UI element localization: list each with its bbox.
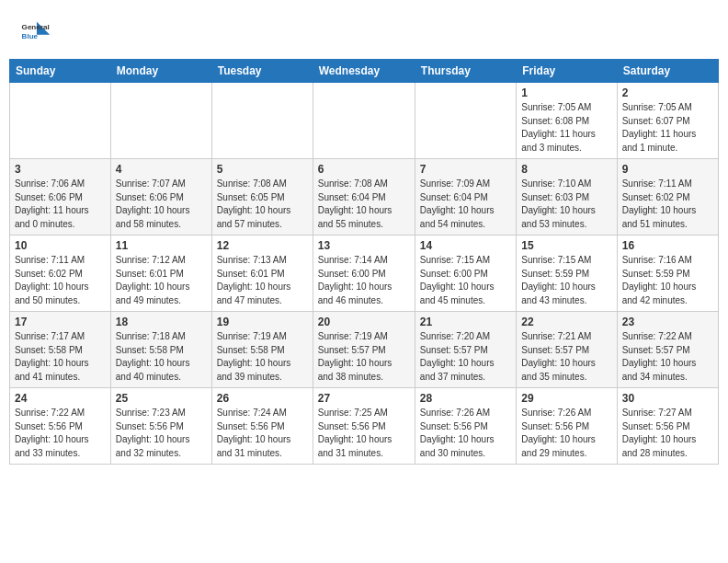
day-info: Sunrise: 7:12 AM Sunset: 6:01 PM Dayligh… <box>116 254 207 307</box>
day-number: 12 <box>217 239 308 252</box>
calendar-cell: 17Sunrise: 7:17 AM Sunset: 5:58 PM Dayli… <box>10 312 111 388</box>
day-number: 10 <box>15 239 106 252</box>
day-number: 23 <box>622 316 713 328</box>
day-info: Sunrise: 7:06 AM Sunset: 6:06 PM Dayligh… <box>15 178 106 231</box>
calendar-cell: 2Sunrise: 7:05 AM Sunset: 6:07 PM Daylig… <box>617 83 718 159</box>
day-info: Sunrise: 7:05 AM Sunset: 6:07 PM Dayligh… <box>622 101 713 155</box>
weekday-header: Friday <box>517 60 617 83</box>
calendar-cell: 12Sunrise: 7:13 AM Sunset: 6:01 PM Dayli… <box>211 236 313 312</box>
day-number: 24 <box>15 392 106 405</box>
day-info: Sunrise: 7:13 AM Sunset: 6:01 PM Dayligh… <box>217 254 308 307</box>
calendar-cell: 9Sunrise: 7:11 AM Sunset: 6:02 PM Daylig… <box>617 159 718 236</box>
day-number: 29 <box>521 392 611 405</box>
day-info: Sunrise: 7:24 AM Sunset: 5:56 PM Dayligh… <box>217 407 308 460</box>
calendar-cell: 23Sunrise: 7:22 AM Sunset: 5:57 PM Dayli… <box>617 312 718 388</box>
calendar-week-row: 24Sunrise: 7:22 AM Sunset: 5:56 PM Dayli… <box>10 388 719 465</box>
day-info: Sunrise: 7:19 AM Sunset: 5:57 PM Dayligh… <box>318 330 410 384</box>
day-number: 13 <box>318 239 410 252</box>
day-info: Sunrise: 7:18 AM Sunset: 5:58 PM Dayligh… <box>116 330 207 384</box>
day-number: 17 <box>15 316 106 328</box>
day-number: 11 <box>116 239 207 252</box>
day-number: 27 <box>318 392 410 405</box>
calendar-cell: 5Sunrise: 7:08 AM Sunset: 6:05 PM Daylig… <box>211 159 313 236</box>
day-number: 15 <box>521 239 611 252</box>
calendar-cell <box>110 83 211 159</box>
weekday-header: Wednesday <box>313 60 415 83</box>
weekday-header: Monday <box>110 60 211 83</box>
calendar-cell: 8Sunrise: 7:10 AM Sunset: 6:03 PM Daylig… <box>517 159 617 236</box>
day-info: Sunrise: 7:11 AM Sunset: 6:02 PM Dayligh… <box>622 178 713 231</box>
calendar-cell <box>211 83 313 159</box>
calendar-week-row: 10Sunrise: 7:11 AM Sunset: 6:02 PM Dayli… <box>10 236 719 312</box>
page-header: General Blue <box>9 9 719 53</box>
calendar-cell: 13Sunrise: 7:14 AM Sunset: 6:00 PM Dayli… <box>313 236 415 312</box>
calendar-cell: 11Sunrise: 7:12 AM Sunset: 6:01 PM Dayli… <box>110 236 211 312</box>
calendar-cell: 16Sunrise: 7:16 AM Sunset: 5:59 PM Dayli… <box>617 236 718 312</box>
day-number: 1 <box>521 86 611 99</box>
calendar-cell <box>313 83 415 159</box>
calendar-cell: 21Sunrise: 7:20 AM Sunset: 5:57 PM Dayli… <box>415 312 516 388</box>
weekday-header: Tuesday <box>211 60 313 83</box>
day-number: 28 <box>420 392 511 405</box>
calendar-cell: 18Sunrise: 7:18 AM Sunset: 5:58 PM Dayli… <box>110 312 211 388</box>
day-number: 16 <box>622 239 713 252</box>
day-number: 14 <box>420 239 511 252</box>
day-number: 9 <box>622 163 713 176</box>
calendar-cell: 29Sunrise: 7:26 AM Sunset: 5:56 PM Dayli… <box>517 388 617 465</box>
calendar-cell: 20Sunrise: 7:19 AM Sunset: 5:57 PM Dayli… <box>313 312 415 388</box>
day-info: Sunrise: 7:07 AM Sunset: 6:06 PM Dayligh… <box>116 178 207 231</box>
day-info: Sunrise: 7:21 AM Sunset: 5:57 PM Dayligh… <box>521 330 611 384</box>
day-number: 26 <box>217 392 308 405</box>
calendar-cell: 30Sunrise: 7:27 AM Sunset: 5:56 PM Dayli… <box>617 388 718 465</box>
calendar-week-row: 3Sunrise: 7:06 AM Sunset: 6:06 PM Daylig… <box>10 159 719 236</box>
day-number: 6 <box>318 163 410 176</box>
logo-icon: General Blue <box>18 17 51 50</box>
calendar-cell: 26Sunrise: 7:24 AM Sunset: 5:56 PM Dayli… <box>211 388 313 465</box>
day-info: Sunrise: 7:26 AM Sunset: 5:56 PM Dayligh… <box>420 407 511 460</box>
day-number: 18 <box>116 316 207 328</box>
day-info: Sunrise: 7:25 AM Sunset: 5:56 PM Dayligh… <box>318 407 410 460</box>
calendar-table: SundayMondayTuesdayWednesdayThursdayFrid… <box>9 59 719 465</box>
weekday-header: Thursday <box>415 60 516 83</box>
svg-text:General: General <box>22 23 50 31</box>
day-info: Sunrise: 7:11 AM Sunset: 6:02 PM Dayligh… <box>15 254 106 307</box>
day-number: 25 <box>116 392 207 405</box>
calendar-cell <box>415 83 516 159</box>
day-number: 21 <box>420 316 511 328</box>
calendar-week-row: 17Sunrise: 7:17 AM Sunset: 5:58 PM Dayli… <box>10 312 719 388</box>
calendar-cell: 27Sunrise: 7:25 AM Sunset: 5:56 PM Dayli… <box>313 388 415 465</box>
day-info: Sunrise: 7:23 AM Sunset: 5:56 PM Dayligh… <box>116 407 207 460</box>
day-info: Sunrise: 7:17 AM Sunset: 5:58 PM Dayligh… <box>15 330 106 384</box>
calendar-cell: 4Sunrise: 7:07 AM Sunset: 6:06 PM Daylig… <box>110 159 211 236</box>
day-info: Sunrise: 7:27 AM Sunset: 5:56 PM Dayligh… <box>622 407 713 460</box>
day-info: Sunrise: 7:05 AM Sunset: 6:08 PM Dayligh… <box>521 101 611 155</box>
day-number: 8 <box>521 163 611 176</box>
day-info: Sunrise: 7:08 AM Sunset: 6:04 PM Dayligh… <box>318 178 410 231</box>
weekday-header: Saturday <box>617 60 718 83</box>
day-number: 30 <box>622 392 713 405</box>
calendar-cell: 7Sunrise: 7:09 AM Sunset: 6:04 PM Daylig… <box>415 159 516 236</box>
day-number: 3 <box>15 163 106 176</box>
day-info: Sunrise: 7:26 AM Sunset: 5:56 PM Dayligh… <box>521 407 611 460</box>
calendar-cell: 3Sunrise: 7:06 AM Sunset: 6:06 PM Daylig… <box>10 159 111 236</box>
calendar-cell: 28Sunrise: 7:26 AM Sunset: 5:56 PM Dayli… <box>415 388 516 465</box>
day-info: Sunrise: 7:08 AM Sunset: 6:05 PM Dayligh… <box>217 178 308 231</box>
day-info: Sunrise: 7:15 AM Sunset: 5:59 PM Dayligh… <box>521 254 611 307</box>
calendar-cell: 14Sunrise: 7:15 AM Sunset: 6:00 PM Dayli… <box>415 236 516 312</box>
day-number: 7 <box>420 163 511 176</box>
calendar-cell: 6Sunrise: 7:08 AM Sunset: 6:04 PM Daylig… <box>313 159 415 236</box>
day-info: Sunrise: 7:19 AM Sunset: 5:58 PM Dayligh… <box>217 330 308 384</box>
calendar-cell: 1Sunrise: 7:05 AM Sunset: 6:08 PM Daylig… <box>517 83 617 159</box>
weekday-header-row: SundayMondayTuesdayWednesdayThursdayFrid… <box>10 60 719 83</box>
day-info: Sunrise: 7:22 AM Sunset: 5:56 PM Dayligh… <box>15 407 106 460</box>
day-info: Sunrise: 7:10 AM Sunset: 6:03 PM Dayligh… <box>521 178 611 231</box>
calendar-cell: 10Sunrise: 7:11 AM Sunset: 6:02 PM Dayli… <box>10 236 111 312</box>
day-info: Sunrise: 7:20 AM Sunset: 5:57 PM Dayligh… <box>420 330 511 384</box>
day-number: 22 <box>521 316 611 328</box>
day-info: Sunrise: 7:14 AM Sunset: 6:00 PM Dayligh… <box>318 254 410 307</box>
day-number: 5 <box>217 163 308 176</box>
svg-text:Blue: Blue <box>22 32 39 40</box>
calendar-cell: 24Sunrise: 7:22 AM Sunset: 5:56 PM Dayli… <box>10 388 111 465</box>
calendar-cell: 15Sunrise: 7:15 AM Sunset: 5:59 PM Dayli… <box>517 236 617 312</box>
day-info: Sunrise: 7:22 AM Sunset: 5:57 PM Dayligh… <box>622 330 713 384</box>
